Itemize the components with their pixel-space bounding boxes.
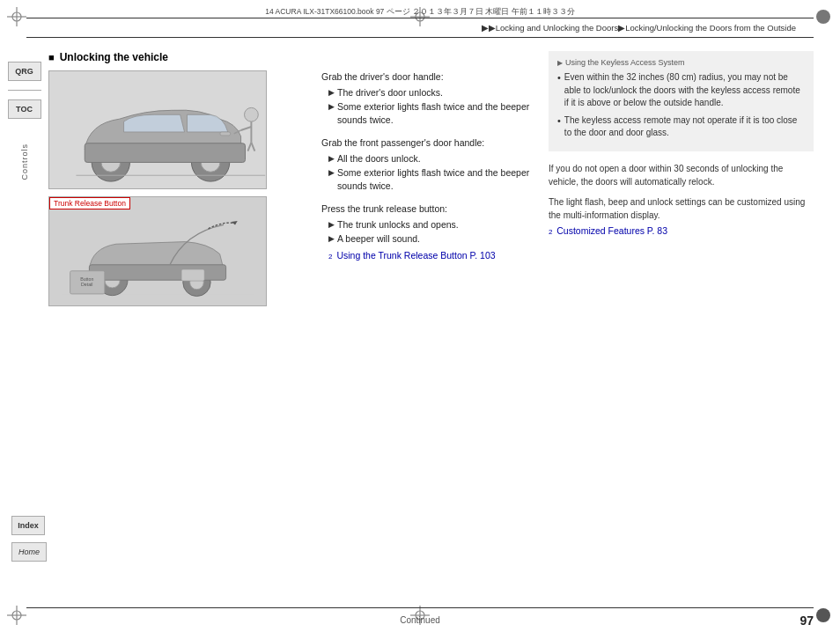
main-content: Unlocking the vehicle bbox=[48, 51, 814, 606]
trunk-link-text[interactable]: Using the Trunk Release Button bbox=[336, 250, 467, 261]
car-image-door bbox=[48, 70, 267, 189]
trunk-bullet1: ▶ The trunk unlocks and opens. bbox=[321, 218, 537, 232]
continued-text: Continued bbox=[400, 615, 440, 625]
sidebar-toc-button[interactable]: TOC bbox=[8, 99, 41, 119]
svg-rect-35 bbox=[181, 269, 204, 281]
grab-driver-text: Grab the driver's door handle: bbox=[321, 70, 537, 85]
breadcrumb: ▶▶Locking and Unlocking the Doors▶Lockin… bbox=[482, 23, 796, 33]
bottom-bar: Continued 97 bbox=[26, 607, 814, 632]
driver-bullet1: ▶ The driver's door unlocks. bbox=[321, 86, 537, 100]
notes-para1: If you do not open a door within 30 seco… bbox=[549, 162, 814, 188]
header-bottom-line bbox=[26, 37, 814, 38]
notes-column: Using the Keyless Access System Even wit… bbox=[549, 51, 814, 236]
customize-link-page: P. 83 bbox=[647, 225, 667, 236]
svg-point-20 bbox=[245, 107, 259, 121]
customize-link-block: 2 Customized Features P. 83 bbox=[549, 225, 814, 236]
sidebar-qrg-button[interactable]: QRG bbox=[8, 62, 41, 81]
file-info: 14 ACURA ILX-31TX66100.book 97 ページ ２０１３年… bbox=[265, 7, 575, 18]
trunk-link-page: P. 103 bbox=[470, 250, 496, 261]
customize-link-text[interactable]: Customized Features bbox=[556, 225, 645, 236]
car-image-trunk: Trunk Release Button Bu bbox=[48, 196, 267, 306]
grab-passenger-text: Grab the front passenger's door handle: bbox=[321, 136, 537, 151]
svg-text:Button: Button bbox=[80, 276, 93, 282]
trunk-release-label: Trunk Release Button bbox=[49, 197, 130, 209]
left-column: Unlocking the vehicle bbox=[48, 51, 313, 606]
corner-bl-crosshair bbox=[7, 606, 26, 625]
svg-rect-19 bbox=[85, 143, 245, 163]
svg-text:Detail: Detail bbox=[81, 282, 92, 287]
trunk-link-block: 2 Using the Trunk Release Button P. 103 bbox=[321, 249, 537, 263]
section-title: Unlocking the vehicle bbox=[48, 51, 313, 63]
notes-para2: The light flash, beep and unlock setting… bbox=[549, 195, 814, 222]
passenger-bullet2: ▶ Some exterior lights flash twice and t… bbox=[321, 166, 537, 195]
driver-door-block: Grab the driver's door handle: ▶ The dri… bbox=[321, 70, 537, 128]
svg-point-3 bbox=[816, 10, 830, 24]
passenger-bullet1: ▶ All the doors unlock. bbox=[321, 152, 537, 166]
sidebar-home-button[interactable]: Home bbox=[11, 542, 47, 562]
sidebar-controls-label: Controls bbox=[20, 143, 29, 180]
svg-rect-33 bbox=[89, 265, 225, 280]
instructions-column: Grab the driver's door handle: ▶ The dri… bbox=[321, 70, 537, 272]
trunk-link-icon: 2 bbox=[328, 253, 332, 261]
passenger-door-block: Grab the front passenger's door handle: … bbox=[321, 136, 537, 194]
trunk-block: Press the trunk release button: ▶ The tr… bbox=[321, 202, 537, 263]
page-number: 97 bbox=[799, 614, 814, 628]
sidebar-divider1 bbox=[8, 90, 41, 91]
press-trunk-text: Press the trunk release button: bbox=[321, 202, 537, 217]
note-bullet1: Even within the 32 inches (80 cm) radius… bbox=[557, 71, 805, 110]
corner-br-circle bbox=[814, 606, 833, 625]
customize-link-icon: 2 bbox=[549, 228, 552, 236]
svg-rect-26 bbox=[220, 132, 231, 136]
notes-header: Using the Keyless Access System bbox=[557, 58, 805, 67]
corner-tr-circle bbox=[814, 7, 833, 26]
corner-tl-crosshair bbox=[7, 7, 26, 26]
driver-bullet2: ▶ Some exterior lights flash twice and t… bbox=[321, 100, 537, 129]
trunk-bullet2: ▶ A beeper will sound. bbox=[321, 232, 537, 246]
svg-point-10 bbox=[816, 608, 830, 622]
header-top-line bbox=[26, 18, 814, 18]
keyless-notes-box: Using the Keyless Access System Even wit… bbox=[549, 51, 814, 151]
sidebar-index-button[interactable]: Index bbox=[11, 516, 45, 535]
note-bullet2: The keyless access remote may not operat… bbox=[557, 114, 805, 140]
